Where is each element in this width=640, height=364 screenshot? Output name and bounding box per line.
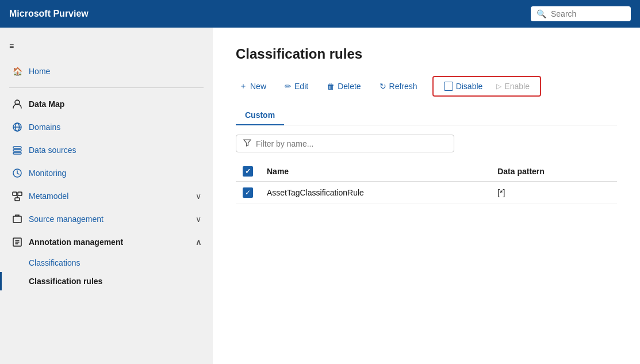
- svg-rect-9: [18, 192, 22, 196]
- svg-rect-4: [13, 147, 21, 148]
- edit-button[interactable]: ✏ Edit: [281, 79, 312, 93]
- svg-rect-10: [15, 198, 20, 201]
- app-title: Microsoft Purview: [9, 9, 531, 19]
- home-icon: 🏠: [12, 66, 23, 77]
- monitoring-icon: [12, 167, 23, 179]
- page-title: Classification rules: [236, 46, 617, 62]
- enable-button[interactable]: ▷ Enable: [493, 79, 533, 93]
- hamburger-menu-icon[interactable]: ≡: [0, 37, 213, 55]
- sidebar-sub-item-classification-rules[interactable]: Classification rules: [0, 272, 213, 290]
- refresh-button[interactable]: ↻ Refresh: [376, 79, 421, 93]
- sidebar-item-domains[interactable]: Domains: [0, 116, 213, 139]
- annotation-management-chevron-icon: ∧: [196, 237, 201, 247]
- sidebar: ≡ 🏠 Home Data Map Domains: [0, 28, 213, 364]
- table-row: ✓ AssetTagClassificationRule [*]: [236, 182, 617, 204]
- sidebar-item-metamodel[interactable]: Metamodel ∨: [0, 185, 213, 208]
- toolbar: ＋ New ✏ Edit 🗑 Delete ↻ Refresh Disable: [236, 76, 617, 97]
- enable-play-icon: ▷: [496, 82, 501, 90]
- metamodel-icon: [12, 190, 23, 202]
- sidebar-item-metamodel-label: Metamodel: [29, 191, 68, 201]
- metamodel-chevron-icon: ∨: [196, 191, 201, 201]
- edit-icon: ✏: [285, 82, 292, 91]
- col-header-name: Name: [260, 162, 490, 182]
- disable-checkbox-icon: [444, 82, 453, 91]
- search-box[interactable]: 🔍: [531, 6, 631, 21]
- disable-enable-group: Disable ▷ Enable: [432, 76, 541, 97]
- sidebar-divider: [9, 87, 204, 88]
- sidebar-item-data-map[interactable]: Data Map: [0, 93, 213, 116]
- svg-rect-6: [13, 152, 21, 154]
- sidebar-item-home-label: Home: [29, 67, 50, 76]
- tab-custom[interactable]: Custom: [236, 106, 284, 125]
- filter-icon: [243, 139, 251, 148]
- plus-icon: ＋: [239, 81, 247, 91]
- content-area: Classification rules ＋ New ✏ Edit 🗑 Dele…: [213, 28, 640, 364]
- main-layout: ≡ 🏠 Home Data Map Domains: [0, 28, 640, 364]
- svg-rect-12: [13, 216, 21, 223]
- filter-input[interactable]: [256, 139, 447, 148]
- sidebar-item-annotation-management-label: Annotation management: [29, 237, 123, 247]
- row-data-pattern: [*]: [490, 182, 617, 204]
- top-nav: Microsoft Purview 🔍: [0, 0, 640, 28]
- sidebar-item-data-sources[interactable]: Data sources: [0, 139, 213, 162]
- source-management-icon: [12, 213, 23, 225]
- sidebar-item-data-map-label: Data Map: [29, 99, 64, 109]
- sidebar-item-annotation-management[interactable]: Annotation management ∧: [0, 231, 213, 254]
- sidebar-item-source-management[interactable]: Source management ∨: [0, 208, 213, 231]
- header-checkbox[interactable]: ✓: [243, 166, 253, 177]
- col-header-data-pattern: Data pattern: [490, 162, 617, 182]
- search-input[interactable]: [551, 9, 626, 18]
- search-icon: 🔍: [536, 9, 546, 18]
- domains-icon: [12, 121, 23, 133]
- annotation-management-icon: [12, 236, 23, 248]
- sidebar-item-domains-label: Domains: [29, 122, 60, 132]
- source-management-chevron-icon: ∨: [196, 214, 201, 224]
- sidebar-item-source-management-label: Source management: [29, 214, 104, 224]
- sidebar-sub-item-classification-rules-label: Classification rules: [29, 277, 102, 286]
- sidebar-item-home[interactable]: 🏠 Home: [0, 60, 213, 83]
- data-map-icon: [12, 98, 23, 110]
- svg-rect-8: [13, 192, 17, 196]
- row-checkbox[interactable]: ✓: [243, 187, 253, 198]
- sidebar-sub-item-classifications-label: Classifications: [29, 258, 80, 267]
- sidebar-item-data-sources-label: Data sources: [29, 145, 76, 155]
- trash-icon: 🗑: [327, 82, 335, 91]
- sidebar-sub-item-classifications[interactable]: Classifications: [0, 254, 213, 272]
- svg-rect-5: [13, 150, 21, 151]
- col-header-checkbox: ✓: [236, 162, 260, 182]
- filter-box[interactable]: [236, 135, 454, 152]
- tabs: Custom: [236, 106, 617, 125]
- row-name: AssetTagClassificationRule: [260, 182, 490, 204]
- refresh-icon: ↻: [380, 82, 386, 91]
- data-sources-icon: [12, 144, 23, 156]
- disable-button[interactable]: Disable: [440, 79, 486, 93]
- row-checkbox-cell[interactable]: ✓: [236, 182, 260, 204]
- sidebar-item-monitoring-label: Monitoring: [29, 168, 66, 178]
- data-table: ✓ Name Data pattern ✓ AssetTagClassifica…: [236, 162, 617, 204]
- sidebar-item-monitoring[interactable]: Monitoring: [0, 162, 213, 185]
- new-button[interactable]: ＋ New: [236, 79, 270, 94]
- delete-button[interactable]: 🗑 Delete: [323, 79, 364, 93]
